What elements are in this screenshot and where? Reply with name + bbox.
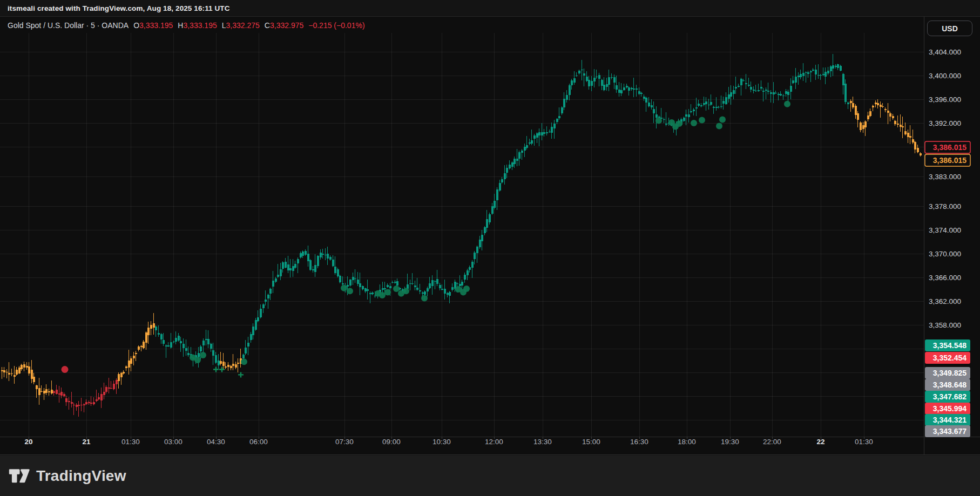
- symbol-title[interactable]: Gold Spot / U.S. Dollar: [8, 21, 84, 30]
- candle-body: [837, 64, 839, 68]
- candle-body: [6, 372, 8, 373]
- time-axis-label: 10:30: [432, 438, 451, 446]
- interval-label[interactable]: 5: [91, 21, 95, 30]
- candle-wick: [288, 256, 288, 273]
- candle-body: [36, 385, 38, 389]
- signal-dot-green: [463, 286, 470, 292]
- candle-body: [830, 66, 832, 71]
- signal-dot-green: [719, 116, 726, 123]
- currency-toggle-button[interactable]: USD: [927, 21, 972, 36]
- candle-body: [690, 111, 692, 112]
- candle-body: [722, 101, 725, 104]
- candle-body: [852, 103, 854, 107]
- v-gridline: [442, 33, 442, 437]
- chart-plot-area[interactable]: 3,404.0003,400.0003,396.0003,392.0003,38…: [0, 17, 980, 456]
- candle-body: [436, 279, 438, 284]
- candle-body: [653, 109, 655, 114]
- candle-body: [88, 402, 90, 403]
- candle-body: [889, 113, 891, 117]
- candle-body: [892, 116, 894, 119]
- candle-body: [73, 405, 75, 406]
- candle-body: [531, 140, 533, 144]
- candle-wick: [813, 68, 813, 71]
- candle-body: [454, 282, 456, 288]
- candle-body: [533, 135, 536, 139]
- candle-body: [128, 361, 130, 368]
- candle-body: [688, 114, 690, 117]
- candle-body: [526, 145, 528, 148]
- candle-body: [807, 72, 809, 74]
- candle-body: [252, 327, 254, 335]
- candle-wick: [606, 78, 607, 91]
- candle-body: [1, 370, 3, 371]
- price-badge-text: 3,343.677: [933, 427, 967, 436]
- candle-body: [300, 253, 302, 257]
- candle-body: [247, 343, 249, 346]
- candle-body: [750, 87, 752, 90]
- candle-body: [586, 77, 588, 81]
- candle-wick: [517, 149, 517, 166]
- candle-wick: [808, 71, 808, 78]
- candle-wick: [900, 114, 901, 132]
- candle-body: [459, 284, 461, 287]
- candle-wick: [549, 130, 550, 133]
- candle-body: [262, 304, 265, 308]
- candle-body: [322, 254, 324, 255]
- candle-body: [616, 85, 618, 90]
- candle-body: [317, 256, 319, 266]
- candle-body: [185, 348, 187, 351]
- candle-wick: [619, 82, 619, 96]
- candle-body: [427, 288, 429, 291]
- chart-panel: 3,404.0003,400.0003,396.0003,392.0003,38…: [0, 16, 980, 455]
- v-gridline: [216, 33, 217, 437]
- candle-wick: [636, 85, 637, 97]
- candle-body: [384, 288, 386, 290]
- time-axis-label: 16:30: [630, 438, 648, 446]
- candle-body: [202, 341, 205, 345]
- candle-wick: [81, 398, 82, 411]
- candle-wick: [621, 83, 621, 96]
- time-axis-separator: [0, 437, 980, 437]
- candle-body: [581, 70, 583, 71]
- candle-body: [511, 162, 513, 167]
- watermark-text: itsmeali created with TradingView.com, A…: [8, 4, 230, 12]
- candle-body: [285, 262, 287, 268]
- candle-body: [173, 342, 175, 343]
- time-axis-label: 07:30: [335, 438, 354, 446]
- candle-body: [8, 373, 10, 374]
- candle-body: [832, 65, 834, 69]
- time-axis[interactable]: 202101:3003:0004:3006:0007:3009:0010:301…: [24, 438, 873, 446]
- price-axis[interactable]: 3,404.0003,400.0003,396.0003,392.0003,38…: [929, 48, 961, 329]
- candle-body: [387, 285, 389, 287]
- candle-wick: [651, 99, 652, 110]
- candle-body: [245, 348, 247, 354]
- candle-body: [3, 370, 5, 372]
- candle-body: [748, 85, 750, 86]
- candle-body: [765, 90, 767, 91]
- candle-body: [773, 92, 775, 94]
- candle-body: [257, 317, 259, 321]
- tradingview-logo[interactable]: TradingView: [9, 467, 126, 485]
- candle-wick: [882, 103, 883, 108]
- candle-body: [456, 283, 458, 284]
- signal-dot-green: [784, 101, 790, 107]
- time-axis-label: 13:30: [533, 438, 552, 446]
- candle-wick: [131, 356, 131, 372]
- candle-body: [307, 254, 309, 262]
- candle-wick: [910, 125, 910, 144]
- candle-body: [778, 94, 780, 95]
- candle-body: [787, 92, 789, 95]
- candle-body: [824, 72, 827, 77]
- candle-wick: [2, 367, 2, 379]
- candle-body: [369, 293, 371, 295]
- candle-wick: [11, 369, 12, 377]
- candle-body: [33, 377, 35, 383]
- v-gridline: [864, 33, 864, 437]
- time-axis-label: 20: [24, 438, 32, 446]
- candle-body: [745, 83, 747, 85]
- candle-body: [422, 293, 424, 294]
- candle-wick: [44, 388, 44, 400]
- candle-body: [775, 93, 777, 94]
- candle-body: [516, 159, 518, 161]
- plus-marker: [219, 367, 225, 372]
